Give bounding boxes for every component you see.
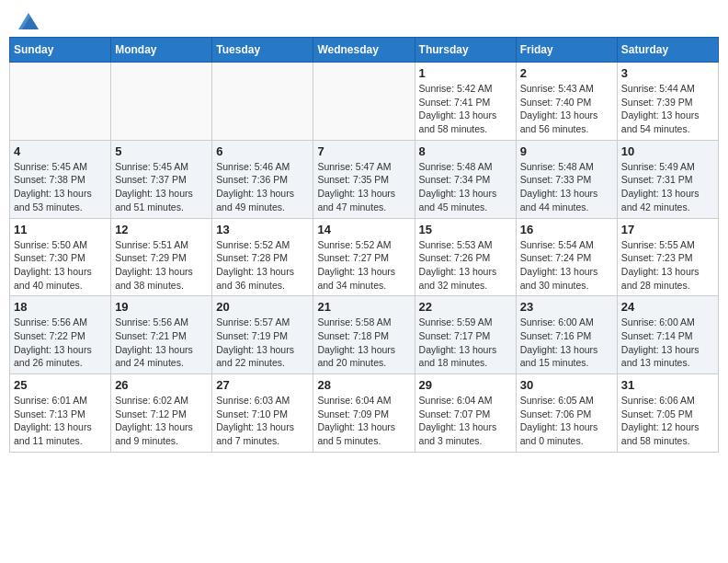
day-number: 20 — [216, 300, 309, 314]
calendar-day-cell: 19Sunrise: 5:56 AMSunset: 7:21 PMDayligh… — [111, 296, 212, 374]
day-number: 27 — [216, 378, 309, 392]
day-of-week-header: Monday — [111, 38, 212, 63]
day-number: 23 — [520, 300, 613, 314]
day-number: 5 — [115, 144, 208, 158]
calendar-day-cell: 29Sunrise: 6:04 AMSunset: 7:07 PMDayligh… — [415, 374, 516, 453]
day-number: 1 — [419, 66, 512, 80]
day-number: 24 — [621, 300, 714, 314]
calendar-day-cell: 7Sunrise: 5:47 AMSunset: 7:35 PMDaylight… — [313, 140, 415, 218]
calendar-week-row: 1Sunrise: 5:42 AMSunset: 7:41 PMDaylight… — [10, 63, 719, 141]
calendar-day-cell: 26Sunrise: 6:02 AMSunset: 7:12 PMDayligh… — [111, 374, 212, 453]
day-info: Sunrise: 5:48 AMSunset: 7:34 PMDaylight:… — [419, 160, 512, 214]
day-info: Sunrise: 6:04 AMSunset: 7:09 PMDaylight:… — [317, 394, 410, 448]
day-info: Sunrise: 6:03 AMSunset: 7:10 PMDaylight:… — [216, 394, 309, 448]
day-number: 29 — [419, 378, 512, 392]
calendar-day-cell: 30Sunrise: 6:05 AMSunset: 7:06 PMDayligh… — [516, 374, 617, 453]
day-info: Sunrise: 5:54 AMSunset: 7:24 PMDaylight:… — [520, 238, 613, 293]
day-number: 15 — [419, 223, 512, 236]
calendar-day-cell: 3Sunrise: 5:44 AMSunset: 7:39 PMDaylight… — [617, 63, 718, 141]
day-info: Sunrise: 5:49 AMSunset: 7:31 PMDaylight:… — [621, 160, 714, 214]
day-info: Sunrise: 5:52 AMSunset: 7:28 PMDaylight:… — [216, 238, 309, 293]
calendar-day-cell — [313, 63, 415, 141]
day-info: Sunrise: 5:42 AMSunset: 7:41 PMDaylight:… — [419, 82, 512, 136]
day-info: Sunrise: 5:59 AMSunset: 7:17 PMDaylight:… — [419, 316, 512, 370]
logo-icon — [18, 13, 39, 29]
day-info: Sunrise: 5:53 AMSunset: 7:26 PMDaylight:… — [419, 238, 512, 293]
day-number: 13 — [216, 223, 309, 236]
day-info: Sunrise: 6:04 AMSunset: 7:07 PMDaylight:… — [419, 394, 512, 448]
logo — [17, 13, 39, 26]
day-number: 14 — [317, 223, 410, 236]
calendar-day-cell: 24Sunrise: 6:00 AMSunset: 7:14 PMDayligh… — [617, 296, 718, 374]
day-info: Sunrise: 5:45 AMSunset: 7:37 PMDaylight:… — [115, 160, 208, 214]
calendar-day-cell: 27Sunrise: 6:03 AMSunset: 7:10 PMDayligh… — [212, 374, 313, 453]
day-info: Sunrise: 5:47 AMSunset: 7:35 PMDaylight:… — [317, 160, 410, 214]
day-number: 16 — [520, 223, 613, 236]
day-info: Sunrise: 5:58 AMSunset: 7:18 PMDaylight:… — [317, 316, 410, 370]
day-number: 2 — [520, 66, 613, 80]
calendar-day-cell: 21Sunrise: 5:58 AMSunset: 7:18 PMDayligh… — [313, 296, 415, 374]
day-of-week-header: Sunday — [10, 38, 111, 63]
day-info: Sunrise: 6:05 AMSunset: 7:06 PMDaylight:… — [520, 394, 613, 448]
calendar-week-row: 4Sunrise: 5:45 AMSunset: 7:38 PMDaylight… — [10, 140, 719, 218]
day-info: Sunrise: 6:00 AMSunset: 7:14 PMDaylight:… — [621, 316, 714, 370]
day-number: 28 — [317, 378, 410, 392]
day-info: Sunrise: 5:44 AMSunset: 7:39 PMDaylight:… — [621, 82, 714, 136]
calendar-day-cell: 16Sunrise: 5:54 AMSunset: 7:24 PMDayligh… — [516, 218, 617, 296]
day-info: Sunrise: 5:50 AMSunset: 7:30 PMDaylight:… — [14, 238, 107, 293]
day-of-week-header: Wednesday — [313, 38, 415, 63]
day-number: 31 — [621, 378, 714, 392]
calendar-week-row: 18Sunrise: 5:56 AMSunset: 7:22 PMDayligh… — [10, 296, 719, 374]
calendar-week-row: 25Sunrise: 6:01 AMSunset: 7:13 PMDayligh… — [10, 374, 719, 453]
day-of-week-header: Tuesday — [212, 38, 313, 63]
day-number: 17 — [621, 223, 714, 236]
calendar-day-cell: 8Sunrise: 5:48 AMSunset: 7:34 PMDaylight… — [415, 140, 516, 218]
day-number: 11 — [14, 223, 107, 236]
calendar-day-cell — [111, 63, 212, 141]
calendar-day-cell: 25Sunrise: 6:01 AMSunset: 7:13 PMDayligh… — [10, 374, 111, 453]
day-info: Sunrise: 5:55 AMSunset: 7:23 PMDaylight:… — [621, 238, 714, 293]
calendar-day-cell: 1Sunrise: 5:42 AMSunset: 7:41 PMDaylight… — [415, 63, 516, 141]
day-number: 10 — [621, 144, 714, 158]
day-number: 4 — [14, 144, 107, 158]
calendar-day-cell: 20Sunrise: 5:57 AMSunset: 7:19 PMDayligh… — [212, 296, 313, 374]
day-number: 30 — [520, 378, 613, 392]
calendar-week-row: 11Sunrise: 5:50 AMSunset: 7:30 PMDayligh… — [10, 218, 719, 296]
calendar-day-cell: 17Sunrise: 5:55 AMSunset: 7:23 PMDayligh… — [617, 218, 718, 296]
calendar-day-cell: 5Sunrise: 5:45 AMSunset: 7:37 PMDaylight… — [111, 140, 212, 218]
day-number: 6 — [216, 144, 309, 158]
day-number: 9 — [520, 144, 613, 158]
day-info: Sunrise: 6:02 AMSunset: 7:12 PMDaylight:… — [115, 394, 208, 448]
day-number: 3 — [621, 66, 714, 80]
calendar-day-cell: 9Sunrise: 5:48 AMSunset: 7:33 PMDaylight… — [516, 140, 617, 218]
day-info: Sunrise: 6:00 AMSunset: 7:16 PMDaylight:… — [520, 316, 613, 370]
day-number: 19 — [115, 300, 208, 314]
calendar-day-cell — [10, 63, 111, 141]
day-number: 21 — [317, 300, 410, 314]
calendar-day-cell: 31Sunrise: 6:06 AMSunset: 7:05 PMDayligh… — [617, 374, 718, 453]
calendar-day-cell: 15Sunrise: 5:53 AMSunset: 7:26 PMDayligh… — [415, 218, 516, 296]
day-info: Sunrise: 5:51 AMSunset: 7:29 PMDaylight:… — [115, 238, 208, 293]
calendar-day-cell: 22Sunrise: 5:59 AMSunset: 7:17 PMDayligh… — [415, 296, 516, 374]
day-info: Sunrise: 5:43 AMSunset: 7:40 PMDaylight:… — [520, 82, 613, 136]
day-info: Sunrise: 5:45 AMSunset: 7:38 PMDaylight:… — [14, 160, 107, 214]
day-info: Sunrise: 5:46 AMSunset: 7:36 PMDaylight:… — [216, 160, 309, 214]
calendar-day-cell: 12Sunrise: 5:51 AMSunset: 7:29 PMDayligh… — [111, 218, 212, 296]
calendar-day-cell — [212, 63, 313, 141]
day-number: 8 — [419, 144, 512, 158]
day-info: Sunrise: 6:01 AMSunset: 7:13 PMDaylight:… — [14, 394, 107, 448]
day-number: 7 — [317, 144, 410, 158]
day-info: Sunrise: 5:48 AMSunset: 7:33 PMDaylight:… — [520, 160, 613, 214]
day-number: 18 — [14, 300, 107, 314]
day-info: Sunrise: 5:56 AMSunset: 7:22 PMDaylight:… — [14, 316, 107, 370]
calendar-header-row: SundayMondayTuesdayWednesdayThursdayFrid… — [10, 38, 719, 63]
calendar-day-cell: 14Sunrise: 5:52 AMSunset: 7:27 PMDayligh… — [313, 218, 415, 296]
day-of-week-header: Friday — [516, 38, 617, 63]
day-number: 26 — [115, 378, 208, 392]
calendar-day-cell: 18Sunrise: 5:56 AMSunset: 7:22 PMDayligh… — [10, 296, 111, 374]
calendar-day-cell: 28Sunrise: 6:04 AMSunset: 7:09 PMDayligh… — [313, 374, 415, 453]
page-header — [9, 9, 719, 29]
calendar-table: SundayMondayTuesdayWednesdayThursdayFrid… — [9, 37, 719, 453]
day-number: 22 — [419, 300, 512, 314]
calendar-day-cell: 10Sunrise: 5:49 AMSunset: 7:31 PMDayligh… — [617, 140, 718, 218]
